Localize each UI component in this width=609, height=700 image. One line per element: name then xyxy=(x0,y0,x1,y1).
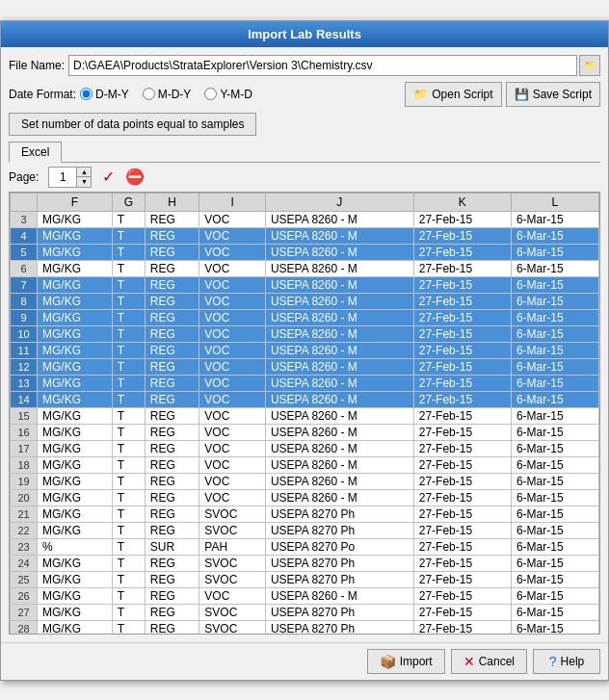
import-button[interactable]: 📦 Import xyxy=(367,649,445,674)
row-number-cell: 10 xyxy=(11,325,38,342)
table-row[interactable]: 24MG/KGTREGSVOCUSEPA 8270 Ph27-Feb-156-M… xyxy=(11,555,599,571)
radio-dmy[interactable]: D-M-Y xyxy=(80,88,129,101)
table-cell: T xyxy=(112,211,145,227)
table-row[interactable]: 10MG/KGTREGVOCUSEPA 8260 - M27-Feb-156-M… xyxy=(11,325,599,342)
page-spinner: ▲ ▼ xyxy=(48,167,92,188)
table-cell: 6-Mar-15 xyxy=(511,456,598,473)
table-cell: MG/KG xyxy=(38,587,113,604)
table-cell: T xyxy=(112,276,145,293)
table-cell: T xyxy=(112,555,145,571)
set-datapoints-button[interactable]: Set number of data points equal to sampl… xyxy=(9,113,256,136)
table-cell: 27-Feb-15 xyxy=(413,375,511,391)
horizontal-scrollbar[interactable]: ◀ ▶ xyxy=(10,634,599,635)
table-row[interactable]: 25MG/KGTREGSVOCUSEPA 8270 Ph27-Feb-156-M… xyxy=(11,571,599,587)
row-number-cell: 4 xyxy=(11,227,38,244)
table-cell: MG/KG xyxy=(38,391,113,407)
table-row[interactable]: 11MG/KGTREGVOCUSEPA 8260 - M27-Feb-156-M… xyxy=(11,342,599,358)
table-cell: T xyxy=(112,489,145,506)
table-row[interactable]: 5MG/KGTREGVOCUSEPA 8260 - M27-Feb-156-Ma… xyxy=(11,244,599,260)
table-cell: SVOC xyxy=(199,555,266,571)
col-header-j: J xyxy=(265,193,413,211)
table-cell: REG xyxy=(145,260,199,276)
confirm-button[interactable]: ✓ xyxy=(97,167,119,188)
table-row[interactable]: 21MG/KGTREGSVOCUSEPA 8270 Ph27-Feb-156-M… xyxy=(11,506,599,522)
table-cell: 27-Feb-15 xyxy=(413,538,511,555)
spinner-up[interactable]: ▲ xyxy=(77,168,91,177)
table-cell: MG/KG xyxy=(38,293,113,309)
spinner-down[interactable]: ▼ xyxy=(77,177,91,187)
table-cell: VOC xyxy=(199,440,266,456)
page-label: Page: xyxy=(9,170,39,184)
table-cell: USEPA 8260 - M xyxy=(265,211,413,227)
table-cell: USEPA 8260 - M xyxy=(265,375,413,391)
cancel-button[interactable]: ✕ Cancel xyxy=(451,649,527,674)
table-row[interactable]: 6MG/KGTREGVOCUSEPA 8260 - M27-Feb-156-Ma… xyxy=(11,260,599,276)
table-row[interactable]: 28MG/KGTREGSVOCUSEPA 8270 Ph27-Feb-156-M… xyxy=(11,620,599,634)
page-input[interactable] xyxy=(49,169,76,185)
table-cell: USEPA 8260 - M xyxy=(265,358,413,375)
open-script-label: Open Script xyxy=(432,88,492,101)
table-cell: T xyxy=(112,407,145,424)
table-row[interactable]: 4MG/KGTREGVOCUSEPA 8260 - M27-Feb-156-Ma… xyxy=(11,227,599,244)
table-cell: 6-Mar-15 xyxy=(511,604,598,620)
table-row[interactable]: 27MG/KGTREGSVOCUSEPA 8270 Ph27-Feb-156-M… xyxy=(11,604,599,620)
radio-ymd-input[interactable] xyxy=(204,88,217,100)
table-row[interactable]: 22MG/KGTREGSVOCUSEPA 8270 Ph27-Feb-156-M… xyxy=(11,522,599,538)
table-cell: REG xyxy=(145,391,199,407)
table-cell: USEPA 8270 Ph xyxy=(265,522,413,538)
table-cell: 27-Feb-15 xyxy=(413,211,511,227)
radio-mdy-input[interactable] xyxy=(143,88,155,100)
table-cell: 6-Mar-15 xyxy=(511,620,598,634)
table-cell: 27-Feb-15 xyxy=(413,571,511,587)
table-row[interactable]: 14MG/KGTREGVOCUSEPA 8260 - M27-Feb-156-M… xyxy=(11,391,599,407)
tab-excel-label: Excel xyxy=(21,145,49,159)
table-cell: SVOC xyxy=(199,620,266,634)
file-browse-button[interactable]: 📁 xyxy=(579,55,600,76)
table-cell: T xyxy=(112,309,145,325)
table-row[interactable]: 19MG/KGTREGVOCUSEPA 8260 - M27-Feb-156-M… xyxy=(11,473,599,489)
table-cell: USEPA 8260 - M xyxy=(265,489,413,506)
radio-ymd[interactable]: Y-M-D xyxy=(204,88,252,101)
save-script-button[interactable]: 💾 Save Script xyxy=(506,82,600,107)
table-cell: REG xyxy=(145,555,199,571)
table-row[interactable]: 16MG/KGTREGVOCUSEPA 8260 - M27-Feb-156-M… xyxy=(11,424,599,440)
row-number-cell: 21 xyxy=(11,506,38,522)
table-row[interactable]: 15MG/KGTREGVOCUSEPA 8260 - M27-Feb-156-M… xyxy=(11,407,599,424)
table-cell: 27-Feb-15 xyxy=(413,587,511,604)
radio-dmy-input[interactable] xyxy=(80,88,93,100)
table-row[interactable]: 8MG/KGTREGVOCUSEPA 8260 - M27-Feb-156-Ma… xyxy=(11,293,599,309)
file-path-input[interactable] xyxy=(68,55,577,76)
table-row[interactable]: 17MG/KGTREGVOCUSEPA 8260 - M27-Feb-156-M… xyxy=(11,440,599,456)
table-cell: REG xyxy=(145,227,199,244)
save-script-label: Save Script xyxy=(533,88,592,101)
table-scroll-area[interactable]: F G H I J K L 3MG/KGTREGVOCUSEPA 8260 - … xyxy=(10,193,599,634)
tab-excel[interactable]: Excel xyxy=(9,142,62,163)
row-number-cell: 8 xyxy=(11,293,38,309)
table-cell: 27-Feb-15 xyxy=(413,620,511,634)
table-cell: 6-Mar-15 xyxy=(511,260,598,276)
table-row[interactable]: 23%TSURPAHUSEPA 8270 Po27-Feb-156-Mar-15 xyxy=(11,538,599,555)
table-cell: USEPA 8260 - M xyxy=(265,587,413,604)
row-number-cell: 24 xyxy=(11,555,38,571)
table-cell: REG xyxy=(145,211,199,227)
help-button[interactable]: ? Help xyxy=(533,649,600,674)
open-script-button[interactable]: 📁 Open Script xyxy=(405,82,501,107)
table-row[interactable]: 9MG/KGTREGVOCUSEPA 8260 - M27-Feb-156-Ma… xyxy=(11,309,599,325)
table-row[interactable]: 3MG/KGTREGVOCUSEPA 8260 - M27-Feb-156-Ma… xyxy=(11,211,599,227)
table-row[interactable]: 26MG/KGTREGVOCUSEPA 8260 - M27-Feb-156-M… xyxy=(11,587,599,604)
table-row[interactable]: 12MG/KGTREGVOCUSEPA 8260 - M27-Feb-156-M… xyxy=(11,358,599,375)
table-cell: PAH xyxy=(199,538,266,555)
table-row[interactable]: 13MG/KGTREGVOCUSEPA 8260 - M27-Feb-156-M… xyxy=(11,375,599,391)
table-cell: REG xyxy=(145,358,199,375)
table-cell: VOC xyxy=(199,276,266,293)
table-cell: 27-Feb-15 xyxy=(413,358,511,375)
radio-mdy[interactable]: M-D-Y xyxy=(143,88,192,101)
row-number-cell: 5 xyxy=(11,244,38,260)
table-row[interactable]: 20MG/KGTREGVOCUSEPA 8260 - M27-Feb-156-M… xyxy=(11,489,599,506)
title-bar: Import Lab Results xyxy=(1,21,608,47)
clear-button[interactable]: ⛔ xyxy=(124,167,146,188)
col-header-k: K xyxy=(413,193,511,211)
table-cell: REG xyxy=(145,571,199,587)
table-row[interactable]: 18MG/KGTREGVOCUSEPA 8260 - M27-Feb-156-M… xyxy=(11,456,599,473)
table-row[interactable]: 7MG/KGTREGVOCUSEPA 8260 - M27-Feb-156-Ma… xyxy=(11,276,599,293)
